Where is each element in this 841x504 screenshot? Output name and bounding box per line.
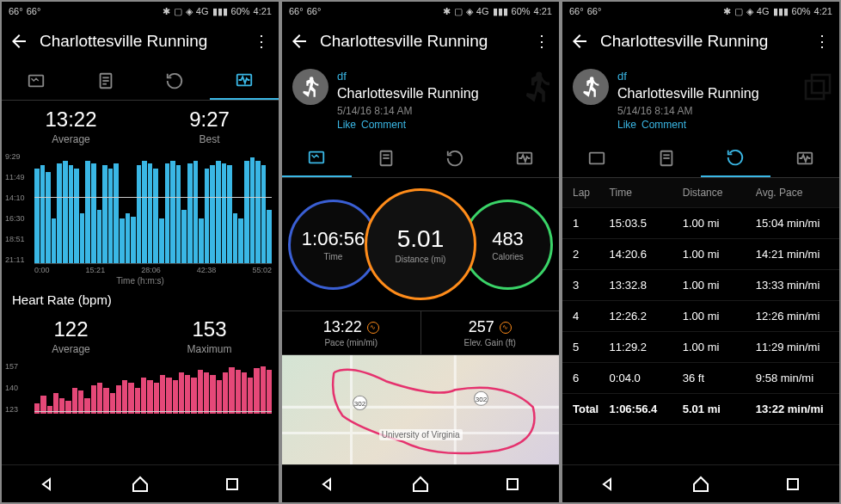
overflow-menu-button[interactable]: ⋮ bbox=[812, 32, 832, 51]
vibrate-icon: ▢ bbox=[734, 6, 743, 17]
table-row[interactable]: 511:29.21.00 mi11:29 min/mi bbox=[562, 332, 839, 363]
post-user[interactable]: df bbox=[617, 69, 759, 84]
table-row[interactable]: 412:26.21.00 mi12:26 min/mi bbox=[562, 301, 839, 332]
tab-details[interactable] bbox=[352, 139, 421, 177]
back-button[interactable] bbox=[569, 31, 590, 52]
tab-details[interactable] bbox=[71, 62, 141, 100]
nav-back-button[interactable] bbox=[318, 474, 339, 495]
nav-home-button[interactable] bbox=[410, 474, 431, 495]
cell: 12:26.2 bbox=[610, 310, 683, 323]
tab-laps[interactable] bbox=[701, 139, 770, 177]
cell: 15:03.5 bbox=[610, 217, 683, 230]
overflow-menu-button[interactable]: ⋮ bbox=[531, 32, 552, 51]
bar bbox=[142, 161, 147, 263]
bar bbox=[137, 165, 142, 263]
pace-best: 9:27Best bbox=[140, 108, 279, 145]
nav-recent-button[interactable] bbox=[783, 474, 803, 495]
bar bbox=[244, 161, 249, 263]
distance-value: 5.01 bbox=[397, 225, 445, 253]
hr-average: 122Average bbox=[2, 317, 140, 355]
nav-back-button[interactable] bbox=[599, 474, 619, 495]
battery-label: 60% bbox=[231, 6, 250, 16]
phone-screen-3: 66°66° ✱▢◈4G▮▮▮60%4:21 Charlottesville R… bbox=[562, 2, 839, 502]
network-label: 4G bbox=[196, 6, 209, 16]
bar bbox=[217, 380, 222, 414]
nav-recent-button[interactable] bbox=[222, 474, 242, 495]
elevation-metric: 257∿ Elev. Gain (ft) bbox=[421, 311, 560, 354]
app-bar: Charlottesville Running ⋮ bbox=[562, 21, 839, 62]
bar bbox=[255, 161, 261, 263]
status-bar: 66°66° ✱ ▢ ◈ 4G ▮▮▮ 60% 4:21 bbox=[2, 2, 279, 21]
cell: 1.00 mi bbox=[683, 310, 756, 323]
tab-summary[interactable] bbox=[2, 62, 71, 100]
bar bbox=[141, 378, 146, 414]
cell: 1.00 mi bbox=[683, 341, 756, 353]
table-row[interactable]: 313:32.81.00 mi13:33 min/mi bbox=[562, 270, 839, 301]
tab-laps[interactable] bbox=[420, 139, 490, 177]
tab-summary[interactable] bbox=[282, 139, 352, 177]
like-button[interactable]: Like bbox=[617, 119, 636, 131]
nav-back-button[interactable] bbox=[38, 474, 58, 495]
post-meta: df Charlottesville Running 5/14/16 8:14 … bbox=[617, 69, 759, 132]
avatar[interactable] bbox=[573, 69, 609, 105]
table-row[interactable]: 115:03.51.00 mi15:04 min/mi bbox=[562, 208, 839, 239]
overflow-menu-button[interactable]: ⋮ bbox=[251, 32, 272, 51]
metrics-row: 13:22∿ Pace (min/mi) 257∿ Elev. Gain (ft… bbox=[282, 310, 559, 355]
pace-average: 13:22Average bbox=[2, 108, 140, 145]
header-time: Time bbox=[610, 187, 683, 199]
cell: 1.00 mi bbox=[683, 279, 756, 292]
hr-avg-label: Average bbox=[2, 343, 140, 355]
bar bbox=[236, 370, 241, 414]
tab-heartrate[interactable] bbox=[490, 139, 560, 177]
back-button[interactable] bbox=[9, 31, 29, 52]
bar bbox=[135, 388, 140, 414]
table-row[interactable]: 214:20.61.00 mi14:21 min/mi bbox=[562, 239, 839, 270]
svg-rect-20 bbox=[806, 81, 824, 99]
pace-label: Pace (min/mi) bbox=[289, 338, 414, 347]
bar bbox=[57, 163, 62, 263]
bar bbox=[199, 218, 204, 263]
map-poi-label: University of Virginia bbox=[379, 429, 463, 440]
table-row[interactable]: 60:04.036 ft9:58 min/mi bbox=[562, 363, 839, 394]
bar bbox=[148, 163, 153, 263]
bar bbox=[229, 367, 234, 414]
hr-max-label: Maximum bbox=[140, 343, 279, 355]
tab-summary[interactable] bbox=[562, 139, 632, 177]
hr-stats: 122Average 153Maximum bbox=[2, 310, 279, 362]
bar bbox=[267, 370, 272, 414]
app-bar: Charlottesville Running ⋮ bbox=[2, 21, 279, 62]
bar bbox=[176, 165, 181, 263]
nav-home-button[interactable] bbox=[130, 474, 150, 495]
temp-2: 66° bbox=[27, 6, 41, 16]
route-map[interactable]: 302 302 University of Virginia bbox=[282, 355, 559, 464]
app-bar: Charlottesville Running ⋮ bbox=[282, 21, 559, 62]
comment-button[interactable]: Comment bbox=[641, 119, 686, 131]
tab-details[interactable] bbox=[632, 139, 702, 177]
bar bbox=[103, 388, 108, 414]
like-button[interactable]: Like bbox=[337, 119, 356, 131]
share-icon[interactable] bbox=[800, 69, 836, 108]
bar bbox=[198, 370, 203, 414]
vibrate-icon: ▢ bbox=[454, 6, 463, 17]
post-user[interactable]: df bbox=[337, 69, 479, 84]
cell: 11:29 min/mi bbox=[756, 341, 829, 353]
bar bbox=[52, 218, 57, 263]
content-area: Lap Time Distance Avg. Pace 115:03.51.00… bbox=[562, 178, 839, 464]
cell: 0:04.0 bbox=[610, 372, 683, 384]
tab-heartrate[interactable] bbox=[770, 139, 840, 177]
back-button[interactable] bbox=[289, 31, 310, 52]
comment-button[interactable]: Comment bbox=[361, 119, 406, 131]
avatar[interactable] bbox=[292, 69, 328, 105]
bar bbox=[46, 172, 51, 263]
nav-recent-button[interactable] bbox=[502, 474, 523, 495]
bar bbox=[91, 163, 96, 263]
nav-home-button[interactable] bbox=[691, 474, 711, 495]
cell: 14:20.6 bbox=[610, 248, 683, 261]
tab-heartrate[interactable] bbox=[210, 62, 279, 100]
time-value: 1:06:56 bbox=[302, 228, 365, 250]
bar bbox=[210, 165, 215, 263]
laps-table: Lap Time Distance Avg. Pace 115:03.51.00… bbox=[562, 178, 839, 425]
tab-laps[interactable] bbox=[140, 62, 210, 100]
bar bbox=[210, 375, 215, 414]
tabs bbox=[562, 139, 839, 178]
